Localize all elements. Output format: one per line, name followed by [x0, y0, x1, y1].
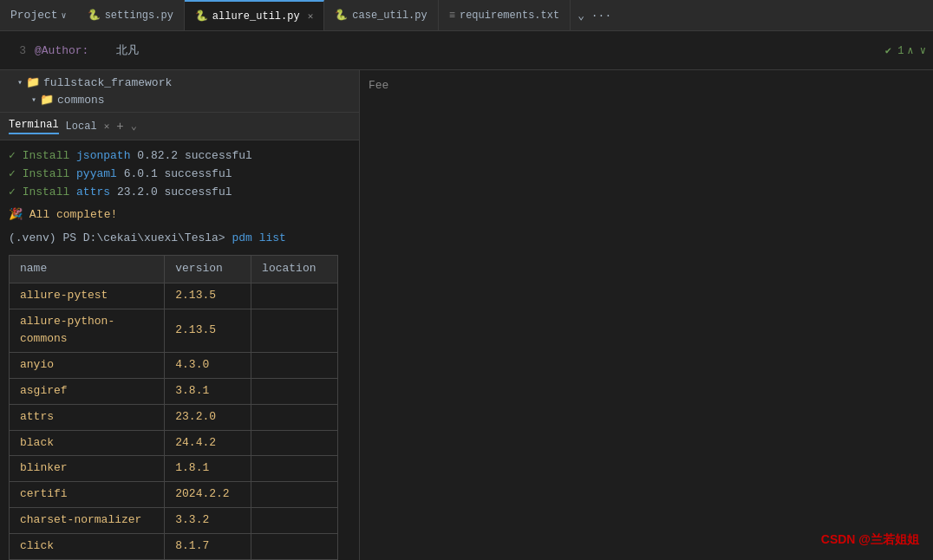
pkg-location-cell [251, 309, 338, 353]
pkg-name-cell: asgiref [10, 378, 165, 404]
right-panel-content: Fee [360, 70, 933, 101]
party-icon: 🎉 [9, 208, 23, 221]
terminal-add-button[interactable]: + [116, 120, 123, 133]
tree-item-fullstack-label: fullstack_framework [43, 76, 172, 89]
terminal-tab-terminal[interactable]: Terminal [9, 119, 59, 134]
folder-arrow-commons-icon: ▾ [31, 94, 36, 105]
pkg-version-cell: 3.8.1 [165, 378, 251, 404]
table-row: blinker1.8.1 [10, 456, 338, 482]
pkg-location-cell [251, 482, 338, 508]
pkg-name-cell: attrs [10, 404, 165, 430]
pkg-location-cell [251, 533, 338, 559]
tab-settings-label: settings.py [105, 10, 173, 22]
pkg-version-cell: 23.2.0 [165, 404, 251, 430]
tabs-overflow-icon: ⌄ [577, 10, 584, 23]
prompt-command: pdm list [232, 231, 285, 244]
install-line-jsonpath: ✓ Install jsonpath 0.82.2 successful [9, 147, 350, 166]
col-header-name: name [10, 255, 165, 283]
check-pyyaml-icon: ✓ Install [9, 167, 76, 180]
pkg-name-cell: anyio [10, 353, 165, 379]
tree-item-commons[interactable]: ▾ 📁 commons [0, 91, 359, 108]
code-value: 北凡 [116, 44, 139, 57]
table-row: attrs23.2.0 [10, 404, 338, 430]
pkg-version-cell: 1.8.1 [165, 456, 251, 482]
sidebar-terminal-panel: ▾ 📁 fullstack_framework ▾ 📁 commons Term… [0, 70, 360, 560]
table-row: asgiref3.8.1 [10, 378, 338, 404]
pkg-location-cell [251, 353, 338, 379]
install-line-attrs: ✓ Install attrs 23.2.0 successful [9, 184, 350, 202]
pkg-name-cell: certifi [10, 482, 165, 508]
editor-top: 3 @Author: 北凡 ✔ 1 ∧ ∨ [0, 31, 933, 70]
file-tree: ▾ 📁 fullstack_framework ▾ 📁 commons [0, 70, 359, 112]
watermark: CSDN @兰若姐姐 [821, 532, 919, 548]
requirements-txt-icon: ≡ [449, 10, 455, 22]
tree-item-fullstack[interactable]: ▾ 📁 fullstack_framework [0, 74, 359, 91]
package-table: name version location allure-pytest2.13.… [9, 255, 338, 560]
right-panel-label: Fee [369, 79, 388, 92]
project-text: Project [10, 9, 58, 22]
code-spacer [95, 44, 109, 57]
table-row: click8.1.7 [10, 533, 338, 559]
editor-content-line: @Author: 北凡 [35, 37, 139, 63]
tab-allure-util[interactable]: 🐍 allure_util.py ✕ [185, 0, 324, 30]
project-label[interactable]: Project ∨ [0, 9, 77, 22]
col-header-location: location [251, 255, 338, 283]
tabs-overflow-button[interactable]: ⌄ ··· [571, 9, 618, 23]
tab-case-util[interactable]: 🐍 case_util.py [324, 0, 438, 30]
terminal-tab-bar: Terminal Local ✕ + ⌄ [0, 113, 359, 140]
folder-icon: 📁 [26, 75, 40, 89]
pkg-version-cell: 2.13.5 [165, 283, 251, 309]
pkg-location-cell [251, 507, 338, 533]
terminal-tab-local[interactable]: Local ✕ [66, 120, 110, 133]
tab-case-util-label: case_util.py [352, 10, 427, 22]
ver-jsonpath: 0.82.2 successful [137, 149, 252, 162]
table-header-row: name version location [10, 255, 338, 283]
case-util-py-icon: 🐍 [335, 9, 348, 22]
pkg-name-cell: charset-normalizer [10, 507, 165, 533]
main-layout: ▾ 📁 fullstack_framework ▾ 📁 commons Term… [0, 70, 933, 560]
editor-badge: ✔ 1 ∧ ∨ [878, 44, 933, 57]
pkg-version-cell: 2024.2.2 [165, 482, 251, 508]
pkg-location-cell [251, 430, 338, 456]
top-bar: Project ∨ 🐍 settings.py 🐍 allure_util.py… [0, 0, 933, 31]
terminal-chevron-icon[interactable]: ⌄ [131, 120, 137, 133]
table-row: black24.4.2 [10, 430, 338, 456]
pkg-attrs: attrs [76, 186, 110, 199]
check-attrs-icon: ✓ Install [9, 186, 76, 199]
ver-attrs: 23.2.0 successful [117, 186, 232, 199]
table-row: charset-normalizer3.3.2 [10, 507, 338, 533]
pkg-name-cell: click [10, 533, 165, 559]
install-line-pyyaml: ✓ Install pyyaml 6.0.1 successful [9, 166, 350, 184]
tab-allure-util-close-icon[interactable]: ✕ [308, 10, 314, 22]
pkg-version-cell: 4.3.0 [165, 353, 251, 379]
ver-pyyaml: 6.0.1 successful [124, 167, 232, 180]
pkg-name-cell: allure-pytest [10, 283, 165, 309]
tab-settings[interactable]: 🐍 settings.py [77, 0, 185, 30]
settings-py-icon: 🐍 [88, 9, 101, 22]
terminal-output: ✓ Install jsonpath 0.82.2 successful ✓ I… [0, 140, 359, 560]
pkg-version-cell: 2.13.5 [165, 309, 251, 353]
folder-commons-icon: 📁 [40, 93, 54, 107]
local-tab-close-icon[interactable]: ✕ [104, 120, 110, 132]
pkg-name-cell: blinker [10, 456, 165, 482]
pkg-location-cell [251, 283, 338, 309]
pkg-pyyaml: pyyaml [76, 167, 117, 180]
table-row: allure-python-commons2.13.5 [10, 309, 338, 353]
complete-text: All complete! [29, 208, 117, 221]
tab-allure-util-label: allure_util.py [212, 10, 300, 23]
prompt-prefix: (.venv) PS D:\cekai\xuexi\Tesla> [9, 231, 232, 244]
pkg-location-cell [251, 404, 338, 430]
local-tab-label: Local [66, 120, 97, 133]
code-key: @Author: [35, 44, 88, 57]
tab-requirements[interactable]: ≡ requirements.txt [439, 0, 571, 30]
pkg-version-cell: 3.3.2 [165, 507, 251, 533]
folder-arrow-icon: ▾ [17, 77, 23, 88]
pkg-version-cell: 24.4.2 [165, 430, 251, 456]
check-jsonpath-icon: ✓ Install [9, 149, 76, 162]
tabs-area: 🐍 settings.py 🐍 allure_util.py ✕ 🐍 case_… [77, 0, 933, 30]
pkg-location-cell [251, 378, 338, 404]
allure-util-py-icon: 🐍 [195, 10, 208, 23]
right-panel: Fee CSDN @兰若姐姐 [360, 70, 933, 560]
prompt-line: (.venv) PS D:\cekai\xuexi\Tesla> pdm lis… [9, 230, 350, 248]
complete-line: 🎉 All complete! [9, 206, 350, 225]
